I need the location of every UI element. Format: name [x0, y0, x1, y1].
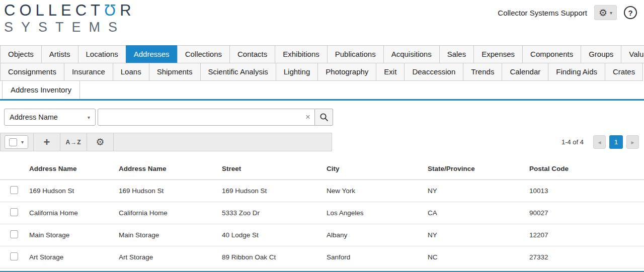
logo-line-2: SYSTEMS [4, 20, 135, 35]
table-cell: NY [428, 231, 529, 239]
table-cell: 169 Hudson St [29, 187, 119, 195]
table-cell: Art Storage [29, 253, 119, 261]
row-checkbox[interactable] [10, 252, 18, 260]
sort-button[interactable]: A→Z [60, 133, 87, 151]
tab-publications[interactable]: Publications [327, 45, 384, 63]
row-checkbox-cell [0, 186, 29, 196]
table-cell: 40 Lodge St [222, 231, 327, 239]
tab-artists[interactable]: Artists [41, 45, 78, 63]
column-header[interactable]: Address Name [29, 165, 119, 172]
search-input[interactable] [98, 109, 314, 125]
tab-locations[interactable]: Locations [78, 45, 126, 63]
tab-contacts[interactable]: Contacts [229, 45, 275, 63]
sort-az-icon: A→Z [66, 139, 82, 146]
tab-loans[interactable]: Loans [113, 63, 149, 81]
tab-collections[interactable]: Collections [177, 45, 230, 63]
tab-photography[interactable]: Photography [317, 63, 376, 81]
settings-menu-button[interactable]: ⚙ ▾ [594, 5, 617, 20]
tab-addresses[interactable]: Addresses [126, 45, 178, 63]
page: COLLECTƱR SYSTEMS Collector Systems Supp… [0, 0, 644, 272]
table-row[interactable]: 169 Hudson St169 Hudson St169 Hudson StN… [0, 180, 644, 202]
table-cell: 90027 [529, 209, 644, 217]
help-button[interactable]: ? [624, 6, 637, 19]
table-cell: California Home [119, 209, 222, 217]
column-header[interactable]: City [327, 165, 428, 172]
column-header[interactable]: Address Name [119, 165, 222, 172]
row-checkbox-cell [0, 252, 29, 262]
table-cell: Main Storage [119, 231, 222, 239]
select-all-checkbox[interactable] [9, 138, 17, 146]
column-header[interactable]: Postal Code [529, 165, 644, 172]
chevron-down-icon: ▾ [88, 115, 90, 120]
table-cell: 5333 Zoo Dr [222, 209, 327, 217]
table-cell: CA [428, 209, 529, 217]
table-cell: NC [428, 253, 529, 261]
table-cell: 27332 [529, 253, 644, 261]
tab-components[interactable]: Components [522, 45, 581, 63]
logo-text: R [120, 2, 135, 19]
tab-deaccession[interactable]: Deaccession [404, 63, 463, 81]
table-cell: Sanford [327, 253, 428, 261]
collector-systems-logo: COLLECTƱR SYSTEMS [4, 2, 135, 35]
main-tabs-row-2: ConsignmentsInsuranceLoansShipmentsScien… [0, 63, 644, 81]
logo-line-1: COLLECTƱR [4, 2, 135, 20]
current-page-button[interactable]: 1 [609, 135, 623, 149]
table-settings-button[interactable]: ⚙ [87, 133, 113, 151]
tab-address-inventory[interactable]: Address Inventory [2, 80, 80, 99]
tab-acquisitions[interactable]: Acquisitions [383, 45, 440, 63]
tab-groups[interactable]: Groups [581, 45, 621, 63]
search-input-wrap: × [98, 109, 315, 126]
toolbar: ▾ + A→Z ⚙ 1-4 of 4 ◂ 1 ▸ [0, 133, 644, 151]
gear-icon: ⚙ [599, 7, 607, 19]
select-all-split-button[interactable]: ▾ [5, 135, 28, 149]
table-cell: 89 Ribbon Oak Ct [222, 253, 327, 261]
table-cell: 169 Hudson St [119, 187, 222, 195]
table-row[interactable]: California HomeCalifornia Home5333 Zoo D… [0, 202, 644, 224]
row-checkbox[interactable] [10, 186, 18, 194]
tab-exit[interactable]: Exit [376, 63, 405, 81]
tab-insurance[interactable]: Insurance [64, 63, 113, 81]
tab-exhibitions[interactable]: Exhibitions [275, 45, 328, 63]
tab-finding-aids[interactable]: Finding Aids [548, 63, 605, 81]
table-cell: Art Storage [119, 253, 222, 261]
column-header[interactable]: Street [222, 165, 327, 172]
logo-accent-glyph: Ʊ [104, 2, 120, 19]
tab-expenses[interactable]: Expenses [473, 45, 523, 63]
search-icon [319, 113, 329, 122]
table-cell: NY [428, 187, 529, 195]
add-record-button[interactable]: + [34, 133, 60, 151]
plus-icon: + [44, 136, 50, 149]
pagination-range-label: 1-4 of 4 [561, 138, 584, 146]
next-page-button[interactable]: ▸ [626, 135, 639, 149]
row-checkbox-cell [0, 230, 29, 240]
tab-calendar[interactable]: Calendar [502, 63, 548, 81]
tab-shipments[interactable]: Shipments [149, 63, 201, 81]
table-row[interactable]: Art StorageArt Storage89 Ribbon Oak CtSa… [0, 246, 644, 268]
row-checkbox[interactable] [10, 230, 18, 238]
search-field-select[interactable]: Address Name ▾ [4, 109, 96, 126]
column-header[interactable]: State/Province [428, 165, 529, 172]
chevron-down-icon: ▾ [610, 10, 612, 16]
subtab-row: Address Inventory [0, 80, 644, 101]
table-cell: 169 Hudson St [222, 187, 327, 195]
tab-valuations[interactable]: Valuations [621, 45, 644, 63]
pagination: 1-4 of 4 ◂ 1 ▸ [561, 135, 639, 149]
logo-text: COLLECT [4, 2, 104, 19]
main-tabs-row-1: ObjectsArtistsLocationsAddressesCollecti… [0, 45, 644, 63]
tab-crates[interactable]: Crates [605, 63, 643, 81]
table-cell: 10013 [529, 187, 644, 195]
header: COLLECTƱR SYSTEMS Collector Systems Supp… [0, 0, 644, 45]
tab-trends[interactable]: Trends [463, 63, 502, 81]
tab-scientific-analysis[interactable]: Scientific Analysis [200, 63, 276, 81]
next-arrow-icon: ▸ [631, 139, 634, 146]
tab-lighting[interactable]: Lighting [276, 63, 318, 81]
row-checkbox[interactable] [10, 208, 18, 216]
previous-page-button[interactable]: ◂ [593, 135, 606, 149]
search-button[interactable] [315, 109, 333, 126]
tab-consignments[interactable]: Consignments [0, 63, 64, 81]
tab-objects[interactable]: Objects [0, 45, 42, 63]
search-row: Address Name ▾ × [4, 109, 644, 126]
tab-sales[interactable]: Sales [439, 45, 474, 63]
table-row[interactable]: Main StorageMain Storage40 Lodge StAlban… [0, 224, 644, 246]
clear-icon[interactable]: × [305, 112, 310, 122]
